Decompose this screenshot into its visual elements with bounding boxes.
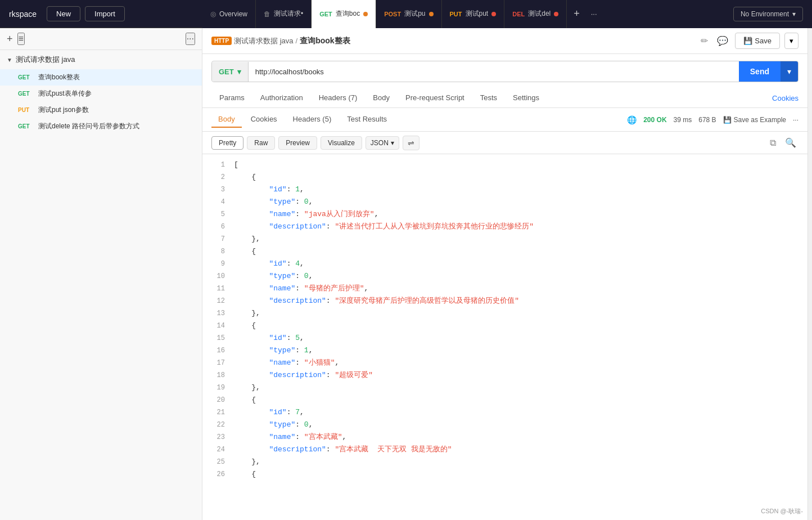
sidebar-more-button[interactable]: ··· [186, 33, 195, 45]
add-tab-button[interactable]: + [567, 8, 587, 20]
json-line: 23 "name": "宫本武藏", [202, 431, 808, 443]
copy-button[interactable]: ⧉ [768, 135, 778, 150]
sidebar-toolbar: + ≡ ··· [0, 28, 202, 50]
collection-name: 测试请求数据 java [16, 55, 75, 65]
sidebar-item-put-json[interactable]: PUT 测试put json参数 [0, 102, 202, 118]
json-format-label: JSON [371, 139, 389, 147]
json-line: 26 { [202, 468, 808, 481]
response-time: 39 ms [674, 116, 692, 124]
tab-del-dot [554, 12, 558, 16]
environment-selector[interactable]: No Environment ▾ [733, 7, 803, 21]
wrap-icon: ⇌ [408, 138, 414, 147]
tab-authorization[interactable]: Authorization [252, 89, 311, 107]
method-chevron-icon: ▾ [237, 68, 241, 76]
res-tab-test-results[interactable]: Test Results [340, 111, 394, 128]
import-button[interactable]: Import [85, 6, 125, 21]
tab-del-method: DEL [512, 11, 525, 17]
right-scrollbar[interactable] [808, 28, 812, 520]
url-input[interactable] [249, 62, 739, 82]
tab-params[interactable]: Params [211, 89, 252, 107]
response-size: 678 B [698, 116, 716, 124]
json-line: 1[ [202, 159, 808, 171]
save-button[interactable]: 💾 Save [735, 33, 780, 49]
json-line: 11 "name": "母猪的产后护理", [202, 283, 808, 295]
tab-body[interactable]: Body [365, 89, 398, 107]
save-dropdown-icon: ▾ [790, 37, 793, 45]
json-line: 25 }, [202, 456, 808, 468]
overview-globe-icon: ◎ [210, 10, 216, 18]
send-label: Send [750, 67, 769, 76]
json-line: 8 { [202, 245, 808, 258]
comment-icon-button[interactable]: 💬 [715, 33, 730, 48]
raw-button[interactable]: Raw [247, 136, 275, 150]
breadcrumb-separator: / [296, 37, 298, 45]
method-label-get-delete: GET [18, 123, 34, 129]
tab-post-test[interactable]: POST 测试pu [376, 0, 441, 28]
more-tabs-button[interactable]: ··· [587, 10, 602, 18]
json-line: 12 "description": "深度研究母猪产后护理的高级哲学以及母猪的历… [202, 295, 808, 307]
tab-post-label: 测试pu [404, 9, 425, 19]
json-line: 17 "name": "小猫猫", [202, 357, 808, 369]
sidebar: + ≡ ··· ▼ 测试请求数据 java GET 查询book整表 GET 测… [0, 28, 202, 520]
visualize-button[interactable]: Visualize [321, 136, 362, 150]
res-tab-headers[interactable]: Headers (5) [286, 111, 339, 128]
sidebar-add-button[interactable]: + [7, 33, 13, 45]
tab-overview[interactable]: ◎ Overview [202, 0, 256, 28]
tab-put-label: 测试put [466, 9, 489, 19]
new-button[interactable]: New [47, 6, 80, 21]
workspace-name: rkspace [9, 10, 37, 19]
json-line: 7 }, [202, 233, 808, 245]
breadcrumb-http-icon: HTTP [211, 37, 232, 45]
cookies-link[interactable]: Cookies [772, 94, 799, 102]
tab-del-test[interactable]: DEL 测试del [504, 0, 567, 28]
edit-icon-button[interactable]: ✏ [698, 33, 710, 48]
tab-pre-request[interactable]: Pre-request Script [398, 89, 472, 107]
tab-post-method: POST [384, 11, 401, 17]
json-line: 13 }, [202, 307, 808, 320]
json-line: 5 "name": "java从入门到放弃", [202, 208, 808, 221]
request-name-put-json: 测试put json参数 [38, 105, 89, 115]
json-line: 20 { [202, 394, 808, 406]
method-label-get-pust: GET [18, 91, 34, 97]
json-line: 4 "type": 0, [202, 196, 808, 208]
sidebar-item-get-pust[interactable]: GET 测试pust表单传参 [0, 86, 202, 102]
send-button[interactable]: Send [739, 61, 781, 82]
tab-tests[interactable]: Tests [472, 89, 505, 107]
save-example-icon: 💾 [723, 116, 732, 124]
request-tabs: Params Authorization Headers (7) Body Pr… [202, 89, 808, 108]
send-dropdown-button[interactable]: ▾ [781, 61, 798, 82]
method-selector[interactable]: GET ▾ [212, 62, 249, 82]
pretty-button[interactable]: Pretty [211, 136, 243, 150]
tab-test-req[interactable]: 🗑 测试请求• [256, 0, 312, 28]
save-dropdown-button[interactable]: ▾ [784, 33, 799, 49]
collection-header[interactable]: ▼ 测试请求数据 java [0, 50, 202, 69]
preview-button[interactable]: Preview [278, 136, 317, 150]
json-line: 18 "description": "超级可爱" [202, 369, 808, 382]
json-line: 16 "type": 1, [202, 344, 808, 357]
search-body-button[interactable]: 🔍 [783, 135, 799, 150]
tab-get-method: GET [319, 11, 332, 17]
tab-del-label: 测试del [528, 9, 551, 19]
main-layout: + ≡ ··· ▼ 测试请求数据 java GET 查询book整表 GET 测… [0, 28, 812, 520]
res-tab-cookies[interactable]: Cookies [244, 111, 284, 128]
response-more-icon[interactable]: ··· [793, 116, 799, 124]
sidebar-item-get-books[interactable]: GET 查询book整表 [0, 69, 202, 86]
tab-put-method: PUT [450, 11, 462, 17]
json-format-selector[interactable]: JSON ▾ [366, 136, 399, 150]
tab-get-books[interactable]: GET 查询boc [312, 0, 376, 28]
sidebar-filter-button[interactable]: ≡ [17, 33, 25, 45]
tab-get-dot [363, 12, 368, 16]
tab-put-test[interactable]: PUT 测试put [442, 0, 505, 28]
res-tab-body[interactable]: Body [211, 111, 242, 128]
sidebar-item-get-delete[interactable]: GET 测试delete 路径问号后带参数方式 [0, 118, 202, 135]
tab-headers[interactable]: Headers (7) [311, 89, 366, 107]
wrap-button[interactable]: ⇌ [403, 136, 419, 150]
request-name-get-books: 查询book整表 [38, 73, 80, 82]
request-name-get-delete: 测试delete 路径问号后带参数方式 [38, 122, 139, 131]
method-label-put-json: PUT [18, 107, 34, 113]
json-line: 24 "description": "宫本武藏 天下无双 我是无敌的" [202, 443, 808, 456]
tab-settings[interactable]: Settings [505, 89, 547, 107]
save-as-example-button[interactable]: 💾 Save as Example [723, 116, 786, 124]
json-viewer[interactable]: 1[2 {3 "id": 1,4 "type": 0,5 "name": "ja… [202, 154, 808, 520]
env-chevron-icon: ▾ [792, 10, 796, 18]
